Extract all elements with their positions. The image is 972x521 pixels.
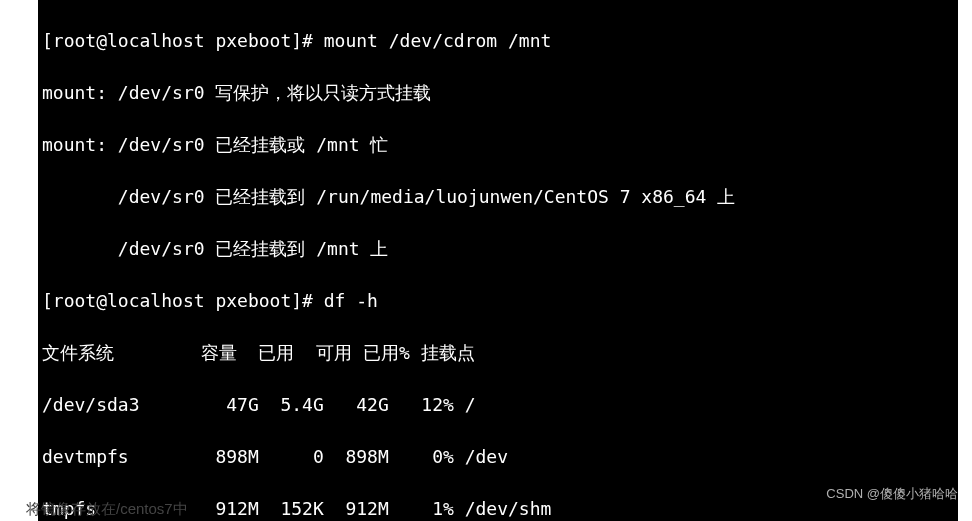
terminal-line: mount: /dev/sr0 已经挂载或 /mnt 忙 [42, 132, 954, 158]
terminal-line: devtmpfs 898M 0 898M 0% /dev [42, 444, 954, 470]
terminal-line: /dev/sr0 已经挂载到 /mnt 上 [42, 236, 954, 262]
terminal-line: [root@localhost pxeboot]# df -h [42, 288, 954, 314]
caption-text: 将镜像存放在/centos7中 [26, 500, 188, 519]
terminal-line: /dev/sr0 已经挂载到 /run/media/luojunwen/Cent… [42, 184, 954, 210]
terminal-line: 文件系统 容量 已用 可用 已用% 挂载点 [42, 340, 954, 366]
terminal-line: mount: /dev/sr0 写保护，将以只读方式挂载 [42, 80, 954, 106]
terminal-main[interactable]: [root@localhost pxeboot]# mount /dev/cdr… [38, 0, 958, 521]
watermark-text: CSDN @傻傻小猪哈哈 [826, 485, 958, 503]
terminal-line: [root@localhost pxeboot]# mount /dev/cdr… [42, 28, 954, 54]
terminal-line: /dev/sda3 47G 5.4G 42G 12% / [42, 392, 954, 418]
